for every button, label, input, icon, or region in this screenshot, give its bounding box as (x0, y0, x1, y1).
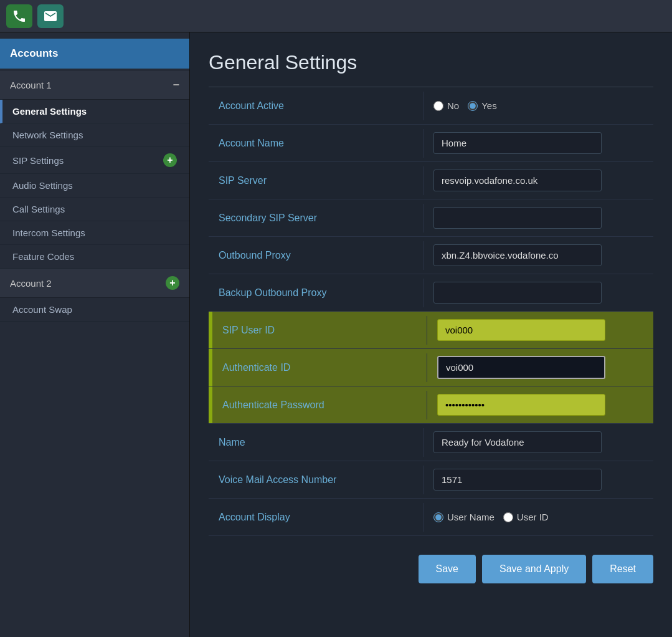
sidebar-account2-header[interactable]: Account 2 + (0, 269, 189, 298)
mail-button[interactable] (37, 4, 64, 28)
value-authenticate-password (427, 388, 653, 422)
account-display-radio-group: User Name User ID (433, 512, 549, 522)
radio-userid[interactable] (503, 512, 513, 522)
sidebar-item-intercom-settings[interactable]: Intercom Settings (0, 221, 189, 245)
row-account-display: Account Display User Name User ID (209, 499, 653, 536)
label-authenticate-id: Authenticate ID (212, 353, 427, 382)
radio-username-label[interactable]: User Name (433, 512, 495, 522)
input-sip-server[interactable] (433, 170, 602, 191)
value-account-active: No Yes (424, 94, 653, 117)
radio-username-text: User Name (447, 512, 495, 522)
mail-icon (43, 9, 58, 24)
main-layout: Accounts Account 1 − General Settings Ne… (0, 32, 672, 637)
input-backup-outbound-proxy[interactable] (433, 282, 602, 304)
row-sip-server: SIP Server (209, 162, 653, 199)
sidebar-item-call-settings[interactable]: Call Settings (0, 198, 189, 221)
value-secondary-sip-server (424, 201, 653, 235)
label-account-active: Account Active (209, 92, 424, 120)
radio-yes-text: Yes (481, 100, 496, 111)
radio-no[interactable] (433, 101, 443, 111)
value-account-name (424, 126, 653, 160)
radio-yes-label[interactable]: Yes (468, 100, 496, 111)
topbar (0, 0, 672, 32)
row-voicemail: Voice Mail Access Number (209, 461, 653, 499)
sidebar-accounts-header[interactable]: Accounts (0, 39, 189, 69)
value-outbound-proxy (424, 238, 653, 272)
radio-no-label[interactable]: No (433, 100, 459, 111)
radio-userid-text: User ID (517, 512, 549, 522)
value-sip-user-id (427, 313, 653, 347)
value-backup-outbound-proxy (424, 275, 653, 310)
row-sip-user-id: SIP User ID (209, 312, 653, 349)
row-name: Name (209, 424, 653, 461)
label-account-name: Account Name (209, 129, 424, 158)
value-voicemail (424, 462, 653, 497)
row-backup-outbound-proxy: Backup Outbound Proxy (209, 274, 653, 312)
content-area: General Settings Account Active No Yes (190, 32, 672, 637)
label-outbound-proxy: Outbound Proxy (209, 241, 424, 270)
input-voicemail[interactable] (433, 469, 602, 491)
value-sip-server (424, 163, 653, 198)
sidebar-item-sip-settings[interactable]: SIP Settings + (0, 147, 189, 174)
sidebar: Accounts Account 1 − General Settings Ne… (0, 32, 190, 637)
row-account-active: Account Active No Yes (209, 87, 653, 125)
collapse-account1-icon[interactable]: − (173, 79, 179, 92)
reset-button[interactable]: Reset (592, 555, 653, 583)
row-outbound-proxy: Outbound Proxy (209, 237, 653, 274)
account-active-radio-group: No Yes (433, 100, 497, 111)
input-sip-user-id[interactable] (437, 319, 605, 341)
label-name: Name (209, 428, 424, 457)
label-sip-user-id: SIP User ID (212, 316, 427, 345)
row-authenticate-password: Authenticate Password (209, 386, 653, 424)
sidebar-item-audio-settings[interactable]: Audio Settings (0, 174, 189, 198)
row-authenticate-id: Authenticate ID (209, 349, 653, 386)
phone-icon (12, 9, 27, 24)
input-secondary-sip-server[interactable] (433, 207, 602, 229)
radio-no-text: No (447, 100, 459, 111)
sidebar-account1-items: General Settings Network Settings SIP Se… (0, 100, 189, 269)
radio-userid-label[interactable]: User ID (503, 512, 549, 522)
sip-settings-add-icon[interactable]: + (163, 153, 177, 167)
sidebar-item-feature-codes[interactable]: Feature Codes (0, 245, 189, 269)
input-outbound-proxy[interactable] (433, 244, 602, 266)
phone-button[interactable] (6, 4, 32, 28)
sidebar-item-general-settings[interactable]: General Settings (0, 100, 189, 123)
input-account-name[interactable] (433, 132, 602, 154)
input-authenticate-password[interactable] (437, 394, 605, 416)
save-button[interactable]: Save (419, 555, 476, 583)
label-backup-outbound-proxy: Backup Outbound Proxy (209, 279, 424, 307)
sidebar-item-network-settings[interactable]: Network Settings (0, 123, 189, 147)
value-authenticate-id (427, 350, 653, 385)
sip-settings-row: SIP Settings + (12, 153, 177, 167)
value-account-display: User Name User ID (424, 505, 653, 529)
sidebar-account2-label: Account 2 (10, 278, 52, 289)
input-name[interactable] (433, 431, 602, 453)
account2-add-icon[interactable]: + (166, 276, 179, 290)
sidebar-account1-header[interactable]: Account 1 − (0, 71, 189, 100)
label-sip-server: SIP Server (209, 166, 424, 195)
label-authenticate-password: Authenticate Password (212, 391, 427, 419)
label-account-display: Account Display (209, 503, 424, 532)
value-name (424, 425, 653, 459)
page-title: General Settings (209, 51, 653, 74)
save-and-apply-button[interactable]: Save and Apply (482, 555, 586, 583)
row-account-name: Account Name (209, 125, 653, 162)
label-secondary-sip-server: Secondary SIP Server (209, 204, 424, 232)
input-authenticate-id[interactable] (437, 356, 605, 379)
row-secondary-sip-server: Secondary SIP Server (209, 199, 653, 237)
settings-rows: Account Active No Yes (209, 87, 653, 536)
bottom-buttons: Save Save and Apply Reset (209, 555, 653, 596)
label-voicemail: Voice Mail Access Number (209, 466, 424, 494)
radio-username[interactable] (433, 512, 443, 522)
sidebar-account1-label: Account 1 (10, 80, 52, 90)
sidebar-item-account-swap[interactable]: Account Swap (0, 298, 189, 322)
radio-yes[interactable] (468, 101, 478, 111)
